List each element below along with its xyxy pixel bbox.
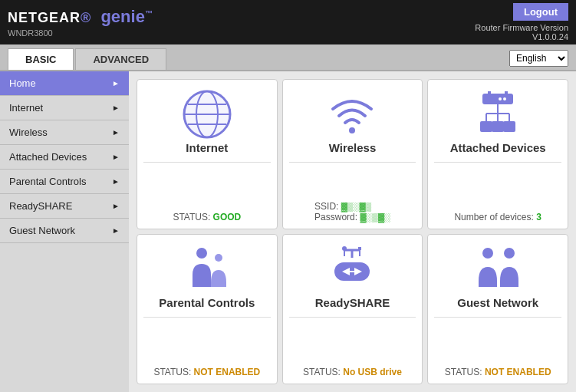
parental-controls-title: Parental Controls: [159, 296, 255, 309]
wireless-icon: [325, 87, 379, 141]
svg-point-11: [503, 97, 506, 100]
tabbar: BASIC ADVANCED English Español Français …: [0, 44, 576, 71]
wireless-title: Wireless: [329, 141, 377, 154]
netgear-registered: ®: [81, 10, 91, 25]
brand-logo: NETGEAR® genie™: [8, 7, 153, 27]
readyshare-status: STATUS: No USB drive: [303, 367, 402, 377]
attached-devices-status: Number of devices: 3: [454, 212, 541, 222]
svg-point-10: [499, 97, 502, 100]
chevron-right-icon: ►: [112, 128, 120, 137]
chevron-right-icon: ►: [112, 104, 120, 112]
tile-guest-network[interactable]: Guest Network STATUS: NOT ENABLED: [427, 234, 568, 384]
genie-text: genie™: [96, 7, 153, 26]
sidebar-item-guest-network[interactable]: Guest Network ►: [0, 219, 129, 243]
svg-point-33: [504, 248, 515, 259]
svg-rect-28: [358, 247, 361, 250]
attached-devices-title: Attached Devices: [450, 141, 546, 154]
guest-network-status: STATUS: NOT ENABLED: [445, 367, 551, 377]
internet-status: STATUS: GOOD: [173, 212, 241, 222]
netgear-text: NETGEAR®: [8, 10, 96, 25]
sidebar-item-internet[interactable]: Internet ►: [0, 96, 129, 120]
svg-rect-17: [480, 121, 492, 132]
content-area: Internet STATUS: GOOD Wireless SSID: ▓▒░…: [129, 71, 576, 392]
tab-advanced[interactable]: ADVANCED: [75, 48, 166, 70]
readyshare-title: ReadySHARE: [315, 296, 390, 309]
internet-title: Internet: [186, 141, 228, 154]
chevron-right-icon: ►: [112, 79, 120, 87]
svg-rect-8: [488, 91, 491, 95]
sidebar-item-parental-controls[interactable]: Parental Controls ►: [0, 170, 129, 194]
tile-parental-controls[interactable]: Parental Controls STATUS: NOT ENABLED: [137, 234, 278, 384]
chevron-right-icon: ►: [112, 226, 120, 235]
tab-group: BASIC ADVANCED: [8, 48, 166, 70]
svg-point-20: [196, 248, 207, 259]
internet-icon: [180, 87, 234, 141]
logout-button[interactable]: Logout: [513, 3, 568, 21]
language-select[interactable]: English Español Français Deutsch: [509, 50, 568, 67]
tile-attached-devices[interactable]: Attached Devices Number of devices: 3: [427, 79, 568, 229]
guest-network-title: Guest Network: [457, 296, 538, 309]
genie-tm: ™: [145, 9, 153, 18]
sidebar-item-home[interactable]: Home ►: [0, 71, 129, 96]
chevron-right-icon: ►: [112, 202, 120, 210]
chevron-right-icon: ►: [112, 177, 120, 186]
svg-point-32: [482, 248, 493, 259]
model-text: WNDR3800: [8, 28, 153, 38]
svg-point-27: [342, 246, 347, 251]
svg-point-6: [349, 127, 355, 133]
logo-area: NETGEAR® genie™ WNDR3800: [8, 7, 153, 38]
wireless-status: SSID: ▓▒░▓▒ Password: ▓░▒▓░: [314, 201, 390, 222]
sidebar: Home ► Internet ► Wireless ► Attached De…: [0, 71, 129, 392]
tile-internet[interactable]: Internet STATUS: GOOD: [137, 79, 278, 229]
tile-readyshare[interactable]: ReadySHARE STATUS: No USB drive: [282, 234, 423, 384]
parental-controls-status: STATUS: NOT ENABLED: [153, 367, 260, 377]
svg-rect-7: [482, 94, 513, 104]
svg-rect-9: [505, 91, 508, 95]
svg-point-21: [215, 254, 222, 262]
attached-devices-icon: [471, 87, 525, 141]
header: NETGEAR® genie™ WNDR3800 Logout Router F…: [0, 0, 576, 44]
chevron-right-icon: ►: [112, 153, 120, 161]
header-right: Logout Router Firmware Version V1.0.0.24: [475, 3, 568, 41]
guest-network-icon: [471, 242, 525, 296]
sidebar-item-attached-devices[interactable]: Attached Devices ►: [0, 145, 129, 170]
tab-basic[interactable]: BASIC: [8, 48, 74, 70]
readyshare-icon: [325, 242, 379, 296]
parental-controls-icon: [180, 242, 234, 296]
sidebar-item-readyshare[interactable]: ReadySHARE ►: [0, 194, 129, 219]
firmware-info: Router Firmware Version V1.0.0.24: [475, 23, 568, 41]
sidebar-item-wireless[interactable]: Wireless ►: [0, 120, 129, 145]
tile-wireless[interactable]: Wireless SSID: ▓▒░▓▒ Password: ▓░▒▓░: [282, 79, 423, 229]
svg-rect-19: [503, 121, 515, 132]
main-layout: Home ► Internet ► Wireless ► Attached De…: [0, 71, 576, 392]
svg-rect-18: [492, 121, 504, 132]
svg-point-5: [184, 91, 230, 137]
